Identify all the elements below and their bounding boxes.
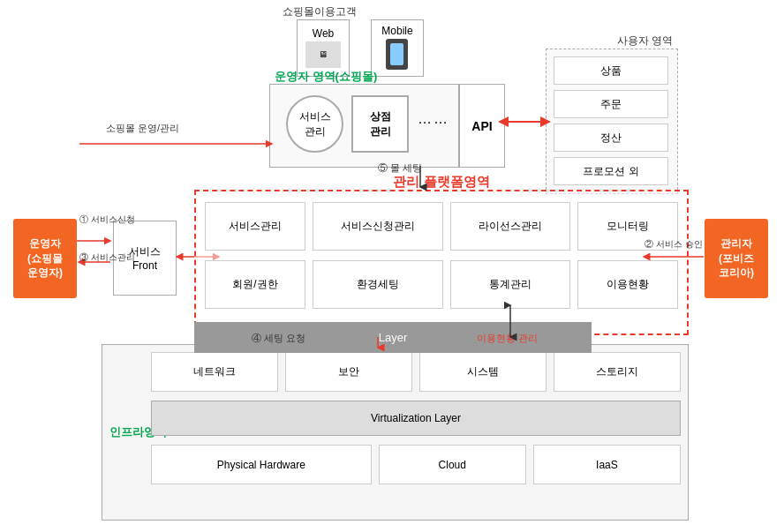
- service-request-label: ① 서비스신청: [79, 214, 135, 226]
- manager-box: 관리자 (포비즈 코리아): [705, 219, 768, 298]
- service-mgmt-arrow-label: ③ 서비스관리: [79, 251, 135, 264]
- dots: ……: [418, 111, 449, 127]
- mgmt-platform-box: 관리 플랫폼영역 서비스관리 서비스신청관리 라이선스관리 모니터링 회원/권한…: [194, 190, 689, 335]
- user-item-1: 주문: [554, 90, 668, 118]
- service-approval-label: ② 서비스 승인: [645, 238, 703, 251]
- mgmt-item-service-req: 서비스신청관리: [313, 202, 443, 251]
- service-mgmt-circle: 서비스관리: [286, 95, 343, 153]
- user-item-0: 상품: [554, 56, 668, 85]
- customer-label: 쇼핑몰이용고객: [283, 4, 357, 19]
- virt-layer: Virtualization Layer: [151, 401, 681, 436]
- mgmt-item-license: 라이선스관리: [450, 202, 570, 251]
- user-item-3: 프로모션 외: [554, 157, 668, 185]
- mall-setting-label: ⑤ 몰 세팅: [378, 161, 422, 175]
- cloud: Cloud: [379, 445, 526, 484]
- mgmt-item-usage: 이용현황: [577, 260, 678, 309]
- architecture-diagram: 쇼핑몰이용고객 Web 🖥 Mobile 운영자 영역(쇼핑몰) 서비스관리 상…: [0, 0, 784, 532]
- mgmt-item-service: 서비스관리: [205, 202, 305, 251]
- setting-arrow: [371, 337, 388, 351]
- infra-box: 인프라영역 네트워크 보안 시스템 스토리지 Virtualization La…: [102, 344, 689, 521]
- mgmt-platform-label: 관리 플랫폼영역: [393, 174, 489, 191]
- manager-to-mgmt-arrow: [640, 250, 709, 267]
- operator-area-label: 운영자 영역(쇼핑몰): [275, 69, 377, 85]
- web-label: Web: [305, 27, 341, 40]
- mobile-label: Mobile: [381, 25, 412, 37]
- shop-mgmt-box: 상점관리: [351, 95, 409, 153]
- infra-storage: 스토리지: [554, 352, 681, 392]
- shopping-mgmt-arrow: [79, 137, 283, 154]
- operator-box: 운영자 (쇼핑몰 운영자): [13, 219, 77, 298]
- setting-request-label: ④ 세팅 요청: [252, 332, 305, 345]
- infra-system: 시스템: [419, 352, 547, 392]
- api-box: API: [459, 84, 505, 168]
- user-item-2: 정산: [554, 124, 668, 152]
- mobile-box: Mobile: [371, 19, 424, 77]
- shopping-mgmt-label: 소핑몰 운영/관리: [106, 122, 179, 135]
- user-area-label: 사용자 영역: [617, 34, 673, 49]
- mgmt-item-env: 환경세팅: [313, 260, 443, 309]
- infra-network: 네트워크: [151, 352, 278, 392]
- mgmt-item-stats: 통계관리: [450, 260, 570, 309]
- api-to-user-arrow: [503, 115, 552, 132]
- iaas: IaaS: [533, 445, 681, 484]
- mgmt-item-member: 회원/권한: [205, 260, 305, 309]
- physical-hardware: Physical Hardware: [151, 445, 372, 484]
- infra-security: 보안: [285, 352, 412, 392]
- usage-arrow: [503, 305, 521, 341]
- operator-area-box: 운영자 영역(쇼핑몰) 서비스관리 상점관리 ……: [269, 84, 459, 168]
- user-area-box: 사용자 영역 상품 주문 정산 프로모션 외: [546, 49, 678, 194]
